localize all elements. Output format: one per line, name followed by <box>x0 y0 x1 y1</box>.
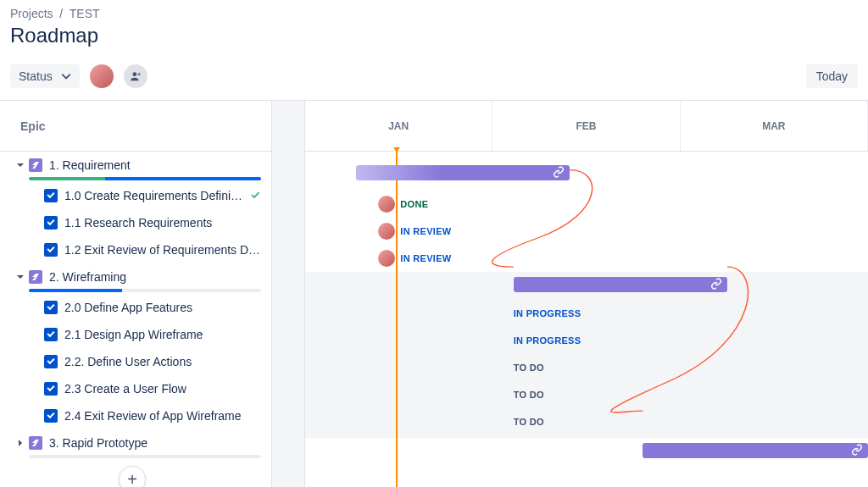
status-label: IN REVIEW <box>400 225 451 237</box>
task-title[interactable]: 2.4 Exit Review of App Wireframe <box>64 409 261 423</box>
task-icon <box>44 301 58 314</box>
task-row[interactable]: 1.1 Research Requirements <box>0 209 271 236</box>
add-person-icon <box>130 70 142 82</box>
task-row[interactable]: 1.0 Create Requirements Definiti... <box>0 182 271 209</box>
breadcrumb-current[interactable]: TEST <box>70 7 100 20</box>
status-label: TO DO <box>514 416 544 428</box>
row-stripe <box>305 272 868 438</box>
month-header: JAN <box>305 101 492 151</box>
column-resize-handle[interactable] <box>271 101 305 487</box>
status-label: IN PROGRESS <box>514 307 581 319</box>
task-row[interactable]: 2.0 Define App Features <box>0 294 271 321</box>
page-title: Roadmap <box>10 24 858 47</box>
epic-progress <box>29 177 261 180</box>
task-status-pill[interactable]: TO DO <box>514 416 544 428</box>
chevron-down-icon[interactable] <box>14 158 27 172</box>
status-label: IN PROGRESS <box>514 335 581 346</box>
epic-icon <box>29 158 42 172</box>
epic-icon <box>29 270 42 284</box>
epic-row[interactable]: 1. Requirement <box>0 152 271 179</box>
epic-progress <box>29 289 261 292</box>
link-icon[interactable] <box>553 166 565 180</box>
link-icon[interactable] <box>851 444 863 458</box>
task-title[interactable]: 1.0 Create Requirements Definiti... <box>64 189 244 202</box>
task-status-pill[interactable]: IN PROGRESS <box>514 307 581 319</box>
status-label: TO DO <box>514 389 544 401</box>
assignee-avatar[interactable] <box>378 196 395 213</box>
add-epic-button[interactable]: + <box>119 466 146 487</box>
task-row[interactable]: 2.2. Define User Actions <box>0 348 271 375</box>
assignee-avatar[interactable] <box>378 223 395 240</box>
assignee-avatar[interactable] <box>378 250 395 267</box>
epic-column-header: Epic <box>0 101 271 152</box>
task-title[interactable]: 2.2. Define User Actions <box>64 355 261 368</box>
epic-timeline-bar[interactable] <box>514 277 727 292</box>
task-status-pill[interactable]: IN REVIEW <box>378 250 451 267</box>
dependency-link[interactable] <box>492 170 593 267</box>
chevron-right-icon[interactable] <box>14 436 27 450</box>
epic-title[interactable]: 3. Rapid Prototype <box>49 436 261 450</box>
task-status-pill[interactable]: DONE <box>378 196 428 213</box>
status-label: DONE <box>400 198 428 210</box>
task-icon <box>44 355 58 368</box>
add-user-button[interactable] <box>124 64 147 88</box>
task-title[interactable]: 1.2 Exit Review of Requirements Defi... <box>64 243 261 257</box>
task-title[interactable]: 2.0 Define App Features <box>64 301 261 314</box>
status-filter-button[interactable]: Status <box>10 64 80 88</box>
chevron-down-icon <box>61 71 71 81</box>
task-status-pill[interactable]: IN PROGRESS <box>514 335 581 346</box>
task-status-pill[interactable]: TO DO <box>514 362 544 374</box>
task-title[interactable]: 1.1 Research Requirements <box>64 216 261 230</box>
task-row[interactable]: 1.2 Exit Review of Requirements Defi... <box>0 236 271 263</box>
today-button[interactable]: Today <box>806 64 858 88</box>
epic-title[interactable]: 1. Requirement <box>49 158 261 172</box>
status-label: TO DO <box>514 362 544 374</box>
epic-row[interactable]: 3. Rapid Prototype <box>0 429 271 457</box>
task-row[interactable]: 2.3 Create a User Flow <box>0 375 271 402</box>
breadcrumb: Projects / TEST <box>10 7 858 20</box>
epic-icon <box>29 436 42 450</box>
epic-title[interactable]: 2. Wireframing <box>49 270 261 284</box>
breadcrumb-parent[interactable]: Projects <box>10 7 53 20</box>
month-header: FEB <box>492 101 680 151</box>
task-icon <box>44 189 58 202</box>
task-title[interactable]: 2.1 Design App Wireframe <box>64 328 261 341</box>
task-row[interactable]: 2.4 Exit Review of App Wireframe <box>0 402 271 429</box>
epic-row[interactable]: 2. Wireframing <box>0 263 271 291</box>
status-label: IN REVIEW <box>400 252 451 264</box>
svg-point-0 <box>132 72 136 76</box>
chevron-down-icon[interactable] <box>14 270 27 284</box>
epic-timeline-bar[interactable] <box>643 443 868 458</box>
month-header: MAR <box>681 101 868 151</box>
epic-timeline-bar[interactable] <box>356 165 570 180</box>
task-icon <box>44 216 58 230</box>
task-icon <box>44 243 58 257</box>
task-title[interactable]: 2.3 Create a User Flow <box>64 382 261 396</box>
task-row[interactable]: 2.1 Design App Wireframe <box>0 321 271 348</box>
link-icon[interactable] <box>710 278 722 292</box>
task-status-pill[interactable]: TO DO <box>514 389 544 401</box>
check-icon <box>249 189 261 203</box>
avatar[interactable] <box>90 64 114 88</box>
epic-progress <box>29 455 261 458</box>
task-icon <box>44 409 58 423</box>
task-icon <box>44 328 58 341</box>
breadcrumb-sep: / <box>59 7 63 20</box>
task-status-pill[interactable]: IN REVIEW <box>378 223 451 240</box>
task-icon <box>44 382 58 396</box>
